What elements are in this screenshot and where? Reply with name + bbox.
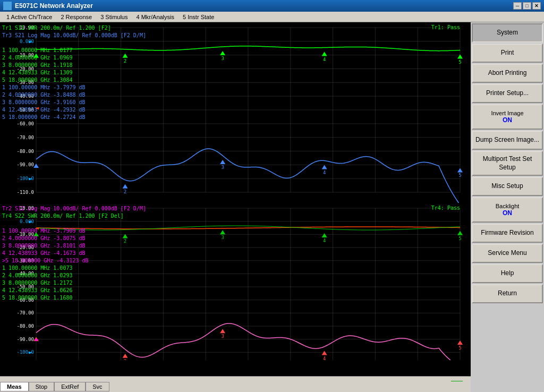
- menu-mkr-analysis[interactable]: 4 Mkr/Analysis: [132, 13, 178, 21]
- bottom-green-row: 5 18.000000 GHz 1.1680: [2, 294, 146, 302]
- multiport-button[interactable]: Multiport Test Set Setup: [472, 151, 543, 176]
- tab-extref[interactable]: ExtRef: [54, 382, 86, 391]
- top-label-tr1: Tr1 S11 SWR 200.0m/ Ref 1.200 [F2]: [2, 24, 146, 32]
- bottom-tabs: Meas Stop ExtRef Svc: [0, 381, 471, 392]
- service-menu-button[interactable]: Service Menu: [472, 244, 543, 263]
- system-button[interactable]: System: [472, 23, 543, 42]
- bottom-label-tr2: Tr2 S12 Log Mag 10.00dB/ Ref 0.000dB [F2…: [2, 205, 146, 212]
- top-blue-row: 1 100.00000 MHz -3.7979 dB: [2, 84, 146, 91]
- app-title: E5071C Network Analyzer: [15, 2, 93, 10]
- top-green-row: 1 100.00000 MHz 1.0177: [2, 47, 146, 54]
- bottom-pass-badge: Tr4: Pass: [431, 205, 460, 211]
- top-green-data: 1 100.00000 MHz 1.0177 2 4.0000000 GHz 1…: [2, 47, 146, 84]
- bottom-green-row: 2 4.0000000 GHz 1.0293: [2, 272, 146, 279]
- top-green-row: 2 4.0000000 GHz 1.0969: [2, 54, 146, 62]
- bottom-green-data: 1 100.00000 MHz 1.0073 2 4.0000000 GHz 1…: [2, 265, 146, 302]
- tab-stop[interactable]: Stop: [29, 382, 55, 391]
- menu-instr-state[interactable]: 5 Instr State: [178, 13, 218, 21]
- backlight-button[interactable]: Backlight ON: [472, 197, 543, 223]
- menu-bar: 1 Active Ch/Trace 2 Response 3 Stimulus …: [0, 12, 544, 22]
- bottom-blue-row: 3 8.0000000 GHz -3.8101 dB: [2, 242, 146, 250]
- bottom-blue-row: 2 4.0000000 GHz -3.8075 dB: [2, 235, 146, 242]
- top-green-row: 4 12.438933 GHz 1.1309: [2, 69, 146, 76]
- maximize-button[interactable]: □: [523, 2, 531, 10]
- top-chart-labels: Tr1 S11 SWR 200.0m/ Ref 1.200 [F2] Tr3 S…: [2, 24, 146, 121]
- help-button[interactable]: Help: [472, 264, 543, 283]
- top-blue-row: 2 4.0000000 GHz -3.8488 dB: [2, 91, 146, 99]
- top-green-row: 5 18.000000 GHz 1.3084: [2, 76, 146, 84]
- invert-image-button[interactable]: Invert Image ON: [472, 104, 543, 130]
- bottom-green-row: 4 12.438933 GHz 1.0626: [2, 287, 146, 294]
- top-blue-row: 5 18.000000 GHz -4.2724 dB: [2, 114, 146, 121]
- title-bar: E5071C Network Analyzer ─ □ ✕: [0, 0, 544, 12]
- tab-svc[interactable]: Svc: [86, 382, 109, 391]
- misc-setup-button[interactable]: Misc Setup: [472, 177, 543, 196]
- title-icon: [3, 2, 12, 10]
- invert-image-label: Invert Image: [491, 110, 523, 116]
- top-label-tr3: Tr3 S21 Log Mag 10.00dB/ Ref 0.000dB [F2…: [2, 32, 146, 39]
- dump-screen-button[interactable]: Dump Screen Image...: [472, 131, 543, 150]
- main-container: Tr1 S11 SWR 200.0m/ Ref 1.200 [F2] Tr3 S…: [0, 22, 544, 392]
- invert-image-on: ON: [503, 116, 512, 124]
- bottom-chart: Tr2 S12 Log Mag 10.00dB/ Ref 0.000dB [F2…: [0, 203, 471, 360]
- bottom-green-row: 3 8.0000000 GHz 1.2172: [2, 279, 146, 287]
- menu-stimulus[interactable]: 3 Stimulus: [96, 13, 132, 21]
- top-blue-data: 1 100.00000 MHz -3.7979 dB 2 4.0000000 G…: [2, 84, 146, 121]
- firmware-button[interactable]: Firmware Revision: [472, 224, 543, 243]
- menu-active-trace[interactable]: 1 Active Ch/Trace: [2, 13, 56, 21]
- return-button[interactable]: Return: [472, 284, 543, 303]
- printer-setup-button[interactable]: Printer Setup...: [472, 84, 543, 103]
- print-button[interactable]: Print: [472, 44, 543, 63]
- top-chart: Tr1 S11 SWR 200.0m/ Ref 1.200 [F2] Tr3 S…: [0, 22, 471, 203]
- backlight-label: Backlight: [496, 203, 520, 209]
- bottom-blue-row: >5 18.000000 GHz -4.3123 dB: [2, 257, 146, 265]
- bottom-label-tr4: Tr4 S22 SWR 200.0m/ Ref 1.200 [F2 Del]: [2, 212, 146, 220]
- minimize-button[interactable]: ─: [513, 2, 522, 10]
- bottom-blue-row: 1 100.00000 MHz -3.7909 dB: [2, 227, 146, 235]
- bottom-blue-data: 1 100.00000 MHz -3.7909 dB 2 4.0000000 G…: [2, 227, 146, 265]
- bottom-blue-row: 4 12.438933 GHz -4.1673 dB: [2, 250, 146, 257]
- menu-response[interactable]: 2 Response: [56, 13, 96, 21]
- title-controls: ─ □ ✕: [513, 2, 541, 10]
- bottom-green-row: 1 100.00000 MHz 1.0073: [2, 265, 146, 272]
- top-blue-row: 3 8.0000000 GHz -3.9160 dB: [2, 99, 146, 106]
- backlight-on: ON: [503, 209, 512, 217]
- tab-meas[interactable]: Meas: [0, 382, 29, 391]
- top-blue-row: 4 12.438933 GHz -4.2932 dB: [2, 106, 146, 114]
- chart-area: Tr1 S11 SWR 200.0m/ Ref 1.200 [F2] Tr3 S…: [0, 22, 471, 392]
- abort-printing-button[interactable]: Abort Printing: [472, 64, 543, 83]
- sidebar: System Print Abort Printing Printer Setu…: [471, 22, 544, 392]
- bottom-chart-labels: Tr2 S12 Log Mag 10.00dB/ Ref 0.000dB [F2…: [2, 205, 146, 302]
- top-pass-badge: Tr1: Pass: [431, 24, 460, 30]
- close-button[interactable]: ✕: [532, 2, 541, 10]
- top-green-row: 3 8.0000000 GHz 1.1918: [2, 62, 146, 69]
